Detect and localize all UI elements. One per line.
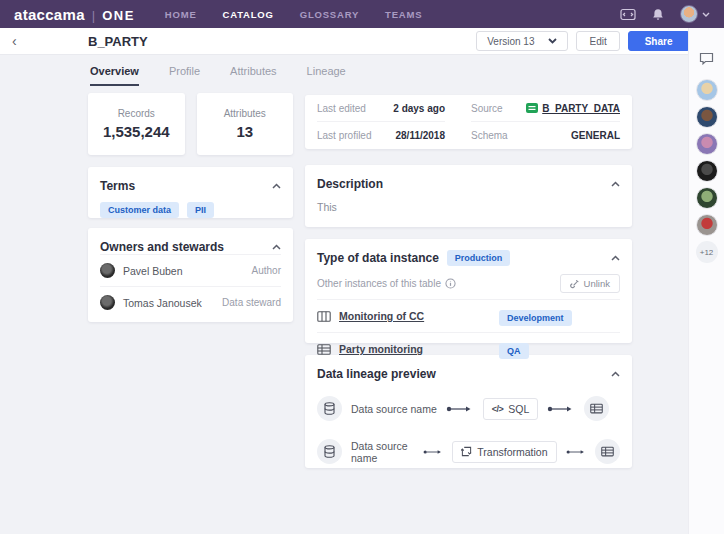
last-profiled-field: Last profiled 28/11/2018 bbox=[317, 122, 445, 149]
owner-name: Tomas Janousek bbox=[123, 297, 202, 309]
source-table-icon bbox=[526, 103, 538, 113]
screen-share-icon[interactable] bbox=[620, 8, 636, 21]
source-link[interactable]: B_PARTY_DATA bbox=[526, 103, 620, 114]
lineage-source-label: Data source name bbox=[351, 440, 414, 464]
header-actions: Version 13 Edit Share bbox=[476, 31, 712, 51]
collaborator-avatar[interactable] bbox=[696, 79, 718, 101]
records-label: Records bbox=[118, 108, 155, 119]
source-field: Source B_PARTY_DATA bbox=[471, 95, 620, 122]
unlink-icon bbox=[570, 279, 579, 289]
user-avatar bbox=[680, 5, 698, 23]
version-dropdown[interactable]: Version 13 bbox=[476, 31, 568, 51]
collaborator-avatar[interactable] bbox=[696, 187, 718, 209]
instance-link[interactable]: Party monitoring bbox=[339, 343, 491, 355]
version-label: Version 13 bbox=[487, 36, 534, 47]
flow-arrow-icon bbox=[446, 405, 474, 413]
tab-lineage[interactable]: Lineage bbox=[307, 65, 346, 86]
instances-title: Type of data instance bbox=[317, 251, 439, 265]
production-badge: Production bbox=[447, 250, 511, 266]
terms-title: Terms bbox=[100, 179, 135, 193]
transformation-icon bbox=[461, 446, 472, 457]
description-card: Description This bbox=[305, 165, 632, 227]
other-instances-row: Other instances of this table Unlink bbox=[305, 266, 632, 299]
main-nav: HOME CATALOG GLOSSARY TEAMS bbox=[165, 9, 423, 20]
collapse-chevron-icon[interactable] bbox=[611, 371, 620, 377]
owner-name: Pavel Buben bbox=[123, 265, 183, 277]
nav-item-teams[interactable]: TEAMS bbox=[385, 9, 422, 20]
instance-row: Monitoring of CC Development bbox=[317, 299, 620, 332]
lineage-row: Data source name </> SQL bbox=[305, 396, 632, 421]
terms-badges: Customer data PII bbox=[88, 193, 293, 218]
description-body: This bbox=[305, 191, 632, 213]
comments-icon[interactable] bbox=[699, 52, 714, 65]
tab-attributes[interactable]: Attributes bbox=[230, 65, 276, 86]
owner-avatar bbox=[100, 295, 115, 310]
chevron-down-icon bbox=[702, 12, 710, 17]
lineage-title: Data lineage preview bbox=[317, 367, 436, 381]
terms-card: Terms Customer data PII bbox=[88, 167, 293, 218]
brand-product: ONE bbox=[102, 8, 135, 23]
owners-card: Owners and stewards Pavel Buben Author T… bbox=[88, 228, 293, 322]
attributes-card: Attributes 13 bbox=[197, 93, 294, 155]
collaborator-avatar[interactable] bbox=[696, 214, 718, 236]
term-badge-pii[interactable]: PII bbox=[187, 202, 214, 218]
collaborator-avatar[interactable] bbox=[696, 133, 718, 155]
collapse-chevron-icon[interactable] bbox=[611, 255, 620, 261]
tab-overview[interactable]: Overview bbox=[90, 65, 139, 86]
entity-tabs: Overview Profile Attributes Lineage bbox=[90, 65, 346, 86]
stats-row: Records 1,535,244 Attributes 13 bbox=[88, 93, 293, 155]
last-profiled-value: 28/11/2018 bbox=[396, 130, 446, 141]
table-grid-icon bbox=[317, 344, 331, 355]
table-columns-icon bbox=[317, 311, 331, 322]
schema-value: GENERAL bbox=[571, 130, 620, 141]
collapse-chevron-icon[interactable] bbox=[272, 244, 281, 250]
chevron-down-icon bbox=[548, 38, 557, 44]
nav-item-home[interactable]: HOME bbox=[165, 9, 197, 20]
nav-item-glossary[interactable]: GLOSSARY bbox=[300, 9, 359, 20]
term-badge-customer-data[interactable]: Customer data bbox=[100, 202, 179, 218]
edit-button[interactable]: Edit bbox=[576, 31, 619, 51]
info-icon[interactable] bbox=[445, 278, 456, 289]
meta-card: Last edited 2 days ago Source B_PARTY_DA… bbox=[305, 95, 632, 149]
collaborator-avatar[interactable] bbox=[696, 106, 718, 128]
table-icon bbox=[584, 396, 609, 421]
collapse-chevron-icon[interactable] bbox=[272, 183, 281, 189]
transformation-step-chip: Transformation bbox=[452, 441, 556, 463]
tab-profile[interactable]: Profile bbox=[169, 65, 200, 86]
unlink-label: Unlink bbox=[584, 278, 610, 289]
sql-step-chip: </> SQL bbox=[483, 398, 539, 420]
owner-row: Pavel Buben Author bbox=[100, 254, 281, 286]
database-icon bbox=[317, 439, 342, 464]
brand-name: ataccama bbox=[14, 6, 85, 23]
page-title: B_PARTY bbox=[88, 34, 148, 49]
flow-arrow-icon bbox=[547, 405, 575, 413]
instance-badge: Development bbox=[499, 310, 572, 326]
other-instances-label: Other instances of this table bbox=[317, 278, 441, 289]
attributes-label: Attributes bbox=[224, 108, 266, 119]
owner-role: Author bbox=[252, 265, 281, 276]
last-profiled-label: Last profiled bbox=[317, 130, 371, 141]
lineage-card: Data lineage preview Data source name </… bbox=[305, 355, 632, 468]
share-button[interactable]: Share bbox=[628, 31, 690, 51]
left-column: Records 1,535,244 Attributes 13 Terms Cu… bbox=[88, 93, 293, 322]
owner-avatar bbox=[100, 263, 115, 278]
brand-logo[interactable]: ataccama | ONE bbox=[14, 6, 135, 23]
database-icon bbox=[317, 396, 342, 421]
user-menu[interactable] bbox=[680, 5, 710, 23]
code-icon: </> bbox=[492, 404, 504, 414]
nav-item-catalog[interactable]: CATALOG bbox=[223, 9, 274, 20]
instance-link[interactable]: Monitoring of CC bbox=[339, 310, 491, 322]
avatar-overflow-count[interactable]: +12 bbox=[696, 241, 718, 263]
lineage-row: Data source name Transformation bbox=[305, 439, 632, 464]
collaborator-avatar[interactable] bbox=[696, 160, 718, 182]
instances-card: Type of data instance Production Other i… bbox=[305, 239, 632, 343]
right-column: Last edited 2 days ago Source B_PARTY_DA… bbox=[305, 95, 632, 468]
notifications-bell-icon[interactable] bbox=[652, 8, 664, 21]
collapse-chevron-icon[interactable] bbox=[611, 181, 620, 187]
schema-field: Schema GENERAL bbox=[471, 122, 620, 149]
back-button[interactable]: ‹ bbox=[12, 34, 26, 48]
owner-role: Data steward bbox=[222, 297, 281, 308]
unlink-button[interactable]: Unlink bbox=[560, 274, 620, 293]
description-title: Description bbox=[317, 177, 383, 191]
flow-arrow-icon bbox=[423, 448, 444, 456]
